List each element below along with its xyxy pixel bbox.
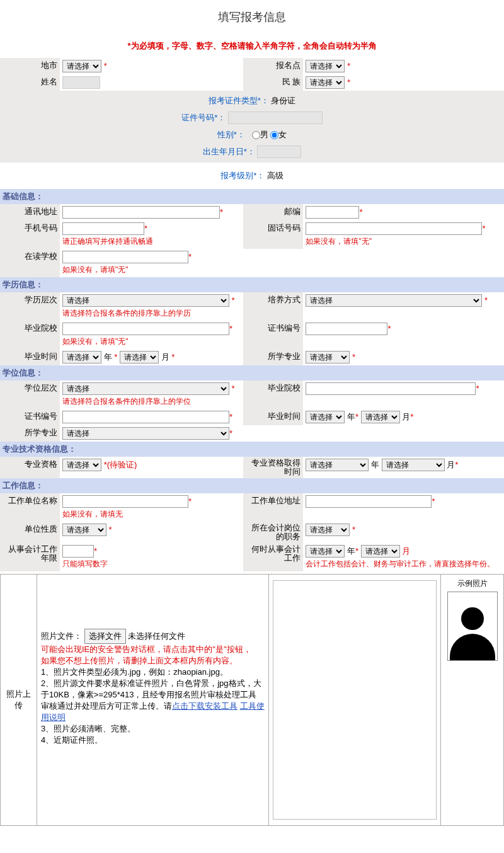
hint-landline: 如果没有，请填"无" (306, 236, 501, 247)
sample-photo-label: 示例照片 (445, 578, 500, 589)
position-select[interactable]: 请选择 (306, 524, 350, 536)
hint-mobile: 请正确填写并保持通讯畅通 (62, 236, 241, 247)
gender-male-radio[interactable] (252, 131, 260, 139)
id-number-value-disabled (228, 112, 323, 124)
required-star: * (347, 61, 350, 71)
label-cert-no: 证书编号 (243, 321, 303, 349)
choose-file-button[interactable]: 选择文件 (84, 629, 126, 644)
section-degree: 学位信息： (0, 365, 504, 381)
label-gender: 性别*： (217, 129, 245, 140)
degree-level-select[interactable]: 请选择 (62, 382, 229, 395)
work-years-input[interactable] (62, 545, 94, 558)
label-training-mode: 培养方式 (243, 292, 303, 321)
section-work: 工作信息： (0, 478, 504, 493)
avatar-head-icon (461, 607, 484, 630)
photo-upload-body: 照片文件： 选择文件 未选择任何文件 可能会出现IE的安全警告对话框，请点击其中… (37, 575, 269, 826)
label-qual: 专业资格 (0, 457, 60, 478)
landline-input[interactable] (306, 222, 482, 235)
label-postcode: 邮编 (243, 204, 303, 220)
qual-select[interactable]: 请选择 (62, 459, 101, 471)
section-qual: 专业技术资格信息： (0, 442, 504, 457)
mobile-input[interactable] (62, 222, 144, 235)
postcode-input[interactable] (306, 206, 359, 219)
engage-month-select[interactable]: 请选择 (361, 545, 400, 558)
label-grad-school: 毕业院校 (0, 321, 60, 349)
photo-preview-cell (269, 575, 441, 826)
label-degree-cert: 证书编号 (0, 409, 60, 425)
work-addr-input[interactable] (306, 495, 432, 508)
ethnicity-select[interactable]: 请选择 (306, 76, 345, 89)
degree-year-select[interactable]: 请选择 (306, 411, 345, 423)
upload-warn2: 如果您不想上传照片，请删掉上面文本框内所有内容。 (41, 655, 265, 667)
label-work-unit: 工作单位名称 (0, 493, 60, 522)
avatar-body-icon (450, 634, 495, 660)
hint-edu-level: 请选择符合报名条件的排序靠上的学历 (62, 308, 241, 319)
label-degree-major: 所学专业 (0, 425, 60, 442)
photo-upload-section: 照片上传 照片文件： 选择文件 未选择任何文件 可能会出现IE的安全警告对话框，… (0, 574, 504, 826)
upload-rule3: 3、照片必须清晰、完整。 (41, 723, 265, 735)
label-degree-level: 学位层次 (0, 381, 60, 409)
hint-work-years: 只能填写数字 (62, 559, 241, 570)
upload-rule2: 2、照片源文件要求是标准证件照片，白色背景，jpg格式，大于10KB，像素>=2… (41, 678, 265, 723)
label-landline: 固话号码 (243, 220, 303, 249)
qual-year-select[interactable]: 请选择 (306, 459, 369, 471)
label-degree-school: 毕业院校 (243, 381, 303, 409)
label-work-addr: 工作单位地址 (243, 493, 303, 522)
gender-female-radio[interactable] (270, 131, 278, 139)
degree-major-select[interactable]: 请选择 (62, 427, 229, 440)
identity-block: 报考证件类型*： 身份证 证件号码*： 性别*： 男 女 出生年月日*： (0, 91, 504, 163)
required-star: * (347, 77, 350, 87)
grad-year-select[interactable]: 请选择 (62, 351, 101, 364)
exam-site-select[interactable]: 请选择 (306, 60, 345, 72)
label-id-type: 报考证件类型*： (209, 95, 269, 106)
label-work-years: 从事会计工作年限 (0, 543, 60, 571)
label-grad-time: 毕业时间 (0, 349, 60, 365)
label-photo-upload: 照片上传 (1, 575, 37, 826)
engage-year-select[interactable]: 请选择 (306, 545, 345, 558)
training-mode-select[interactable]: 请选择 (306, 294, 482, 307)
hint-grad-school: 如果没有，请填"无" (62, 336, 241, 347)
label-name: 姓名 (0, 74, 60, 91)
grad-month-select[interactable]: 请选择 (120, 351, 159, 364)
sample-photo-image (447, 592, 498, 661)
address-input[interactable] (62, 206, 220, 219)
sample-photo-cell: 示例照片 (441, 575, 504, 826)
page-title: 填写报考信息 (0, 0, 504, 34)
label-address: 通讯地址 (0, 204, 60, 220)
label-degree-time: 毕业时间 (243, 409, 303, 425)
section-edu: 学历信息： (0, 277, 504, 292)
label-region: 地市 (0, 58, 60, 74)
registration-form: 地市 请选择 * 报名点 请选择 * 姓名 民 族 请选择 * 报考证件类型*：… (0, 58, 504, 571)
label-ethnicity: 民 族 (243, 74, 303, 91)
region-select[interactable]: 请选择 (62, 60, 101, 72)
section-basic: 基础信息： (0, 189, 504, 204)
label-mobile: 手机号码 (0, 220, 60, 249)
major-select[interactable]: 请选择 (306, 351, 350, 364)
gender-female-label: 女 (278, 129, 287, 140)
exam-level-value: 高级 (267, 171, 284, 180)
upload-rule4: 4、近期证件照。 (41, 735, 265, 746)
upload-warn1: 可能会出现IE的安全警告对话框，请点击其中的"是"按钮， (41, 644, 265, 655)
upload-rule1: 1、照片文件类型必须为.jpg，例如：zhaopian.jpg。 (41, 667, 265, 678)
school-input[interactable] (62, 251, 188, 263)
grad-school-input[interactable] (62, 323, 229, 335)
label-birthday: 出生年月日*： (203, 146, 255, 157)
degree-month-select[interactable]: 请选择 (361, 411, 400, 423)
exam-level-row: 报考级别*： 高级 (0, 163, 504, 189)
degree-school-input[interactable] (306, 382, 476, 395)
label-qual-time: 专业资格取得时间 (243, 457, 303, 478)
gender-male-label: 男 (260, 129, 268, 140)
name-value-disabled (62, 76, 100, 89)
edu-level-select[interactable]: 请选择 (62, 294, 229, 307)
label-engage-time: 何时从事会计工作 (243, 543, 303, 571)
label-exam-site: 报名点 (243, 58, 303, 74)
required-star: * (104, 61, 107, 71)
work-unit-input[interactable] (62, 495, 188, 508)
cert-no-input[interactable] (306, 323, 387, 335)
unit-nature-select[interactable]: 请选择 (62, 524, 106, 536)
label-photo-file: 照片文件： (41, 631, 82, 641)
degree-cert-input[interactable] (62, 411, 229, 423)
download-tool-link[interactable]: 点击下载安装工具 (172, 701, 238, 711)
label-school: 在读学校 (0, 249, 60, 277)
qual-month-select[interactable]: 请选择 (382, 459, 445, 471)
